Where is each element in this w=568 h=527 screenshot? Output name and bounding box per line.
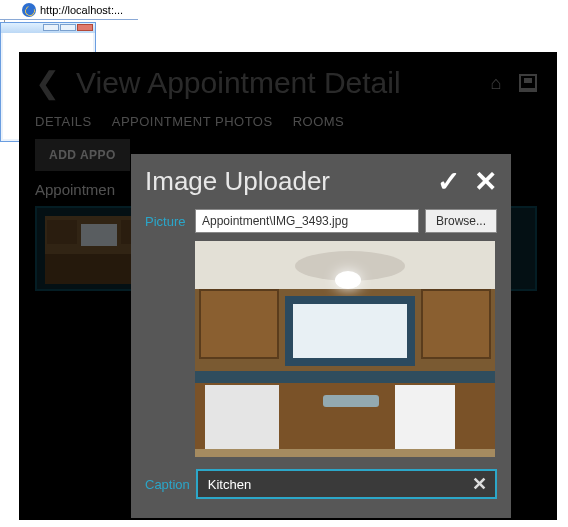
browse-button[interactable]: Browse... (425, 209, 497, 233)
modal-title: Image Uploader (145, 166, 330, 197)
window-titlebar (1, 23, 95, 33)
picture-path-input[interactable] (195, 209, 419, 233)
window-maximize-button[interactable] (60, 24, 76, 31)
ie-icon (22, 3, 36, 17)
browser-address-fragment: http://localhost:... (0, 0, 138, 20)
window-minimize-button[interactable] (43, 24, 59, 31)
confirm-button[interactable]: ✓ (437, 168, 460, 196)
caption-input-wrapper: ✕ (196, 469, 497, 499)
image-uploader-modal: Image Uploader ✓ ✕ Picture Browse... Cap… (131, 154, 511, 518)
close-button[interactable]: ✕ (474, 168, 497, 196)
caption-label: Caption (145, 477, 190, 492)
window-close-button[interactable] (77, 24, 93, 31)
caption-input[interactable] (198, 477, 464, 492)
browser-url: http://localhost:... (40, 4, 123, 16)
picture-label: Picture (145, 214, 189, 229)
image-preview (195, 241, 495, 457)
clear-caption-button[interactable]: ✕ (464, 473, 495, 495)
